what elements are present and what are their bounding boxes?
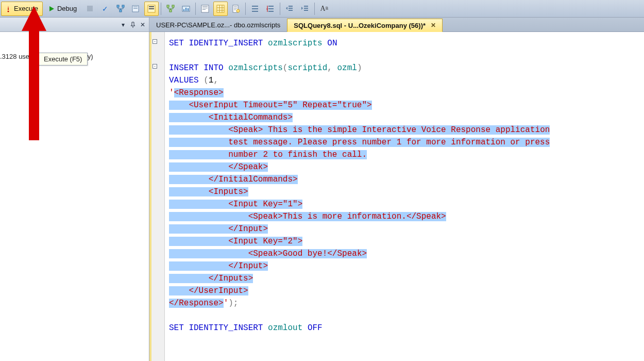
svg-rect-12 [172, 5, 174, 7]
toolbar-separator [280, 3, 280, 15]
fold-box-icon[interactable]: - [152, 39, 157, 44]
svg-rect-10 [149, 8, 154, 9]
svg-rect-16 [185, 8, 187, 11]
comment-icon [250, 4, 260, 13]
execute-tooltip: Execute (F5) [38, 53, 88, 65]
toolbar-separator [245, 3, 246, 15]
panel-header: ▾ ✕ [0, 18, 149, 32]
close-icon[interactable]: ✕ [139, 21, 147, 29]
close-tab-icon[interactable]: ✕ [431, 22, 436, 29]
dropdown-icon[interactable]: ▾ [119, 21, 127, 29]
svg-point-24 [236, 9, 240, 12]
plan-icon [116, 4, 125, 13]
toolbar-separator [195, 3, 196, 15]
uncomment-button[interactable] [263, 2, 278, 16]
results-to-grid-button[interactable] [213, 2, 228, 16]
file-results-icon [231, 4, 241, 13]
stop-button [82, 2, 97, 16]
tab-ozmlscripts[interactable]: USER-PC\SAMPLE.oz...- dbo.ozmlscripts [149, 18, 287, 31]
svg-rect-2 [117, 5, 119, 7]
svg-rect-20 [202, 8, 208, 8]
results-to-text-button[interactable] [198, 2, 212, 16]
code-gutter: - - [149, 32, 165, 361]
increase-indent-button[interactable] [298, 2, 312, 16]
toolbar-separator [314, 3, 315, 15]
svg-rect-19 [202, 6, 208, 7]
sql-editor[interactable]: SET IDENTITY_INSERT ozmlscripts ON INSER… [165, 32, 644, 361]
query-options-button[interactable] [129, 2, 143, 16]
estimated-plan-button[interactable] [113, 2, 128, 16]
editor-tabbar: USER-PC\SAMPLE.oz...- dbo.ozmlscripts SQ… [149, 18, 644, 32]
specify-values-button[interactable]: AB [317, 2, 331, 16]
svg-rect-21 [202, 9, 206, 10]
svg-point-0 [8, 10, 9, 12]
toolbar-separator [161, 3, 161, 15]
actual-plan-icon [166, 4, 175, 13]
decrease-indent-button[interactable] [282, 2, 297, 16]
stop-icon [85, 4, 94, 13]
svg-rect-17 [188, 8, 189, 11]
execute-label: Execute [14, 5, 38, 12]
tab-sqlquery8[interactable]: SQLQuery8.sql - U...OzekiCompany (56))* … [287, 19, 443, 32]
svg-rect-7 [133, 8, 138, 9]
comment-button[interactable] [248, 2, 262, 16]
parse-button[interactable]: ✓ [98, 2, 112, 16]
tab-label: USER-PC\SAMPLE.oz...- dbo.ozmlscripts [156, 21, 280, 29]
values-icon: AB [319, 4, 329, 13]
uncomment-icon [266, 4, 275, 13]
main-toolbar: Execute Debug ✓ [0, 0, 644, 18]
play-icon [47, 4, 56, 13]
svg-rect-15 [183, 9, 184, 11]
debug-label: Debug [57, 5, 77, 12]
grid-results-icon [216, 4, 225, 13]
check-icon: ✓ [100, 4, 110, 13]
svg-rect-11 [167, 5, 169, 7]
svg-rect-1 [87, 6, 93, 11]
svg-rect-6 [133, 7, 138, 7]
exclamation-icon [4, 4, 13, 13]
svg-rect-3 [122, 5, 124, 7]
intellisense-button[interactable] [144, 2, 159, 16]
include-actual-plan-button[interactable] [163, 2, 178, 16]
intellisense-icon [147, 4, 156, 13]
fold-box-icon[interactable]: - [152, 64, 157, 69]
indent-icon [300, 4, 310, 13]
execute-button[interactable]: Execute [1, 2, 43, 16]
object-explorer-panel: ▾ ✕ Execute (F5) .3128 user-PC\OzekiComp… [0, 18, 149, 361]
include-statistics-button[interactable] [179, 2, 193, 16]
svg-rect-22 [217, 5, 224, 12]
svg-rect-9 [149, 6, 154, 7]
outdent-icon [285, 4, 294, 13]
svg-rect-4 [120, 10, 122, 12]
svg-rect-13 [170, 10, 172, 12]
tab-label: SQLQuery8.sql - U...OzekiCompany (56))* [294, 22, 426, 29]
results-to-file-button[interactable] [229, 2, 243, 16]
pin-icon[interactable] [129, 21, 137, 29]
options-icon [131, 4, 141, 13]
stats-icon [181, 4, 191, 13]
text-results-icon [200, 4, 210, 13]
debug-button[interactable]: Debug [45, 2, 81, 16]
